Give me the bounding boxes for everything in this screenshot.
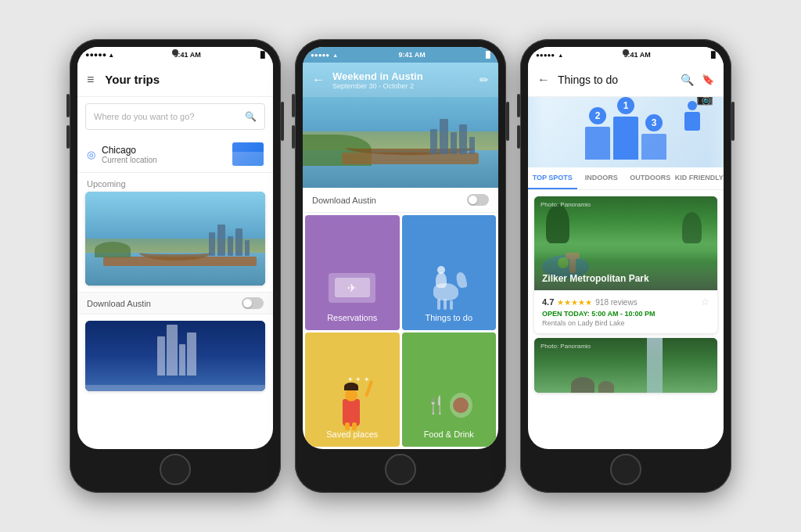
rank-1: 1 xyxy=(617,97,634,114)
phone2-content: ●●●●● ▲ 9:41 AM ▉ xyxy=(303,47,498,449)
hero-city-buildings xyxy=(430,119,475,154)
tile-saved-places[interactable]: ✦ ✦ ✦ Saved places xyxy=(305,332,400,448)
place-card-2[interactable]: Photo: Panoramio xyxy=(534,338,717,393)
rank-2: 2 xyxy=(589,107,606,124)
tile-label-things: Things to do xyxy=(425,313,472,322)
hero-image-2: ← Weekend in Austin September 30 - Octob… xyxy=(303,63,498,188)
vol-button-up-3 xyxy=(517,94,520,117)
back-button-2[interactable]: ← xyxy=(312,73,325,87)
location-sub-1: Current location xyxy=(102,156,232,164)
back-button-3[interactable]: ← xyxy=(537,73,550,87)
search-bar-1[interactable]: Where do you want to go? 🔍 xyxy=(85,103,265,130)
tile-label-food: Food & Drink xyxy=(424,430,474,439)
edit-button-2[interactable]: ✏ xyxy=(480,74,489,86)
phone1-header: ≡ Your trips xyxy=(77,63,273,97)
podium: 2 1 3 xyxy=(585,105,666,160)
phone3-header: ← Things to do 🔍 🔖 xyxy=(528,63,724,97)
food-illustration: 🍴 xyxy=(426,386,472,425)
battery-icon-1: ▉ xyxy=(260,52,265,59)
place-image-1: Photo: Panoramio Zilker Metropolitan Par… xyxy=(534,196,717,290)
tile-food-drink[interactable]: 🍴 Food & Drink xyxy=(402,332,497,448)
time-2: 9:41 AM xyxy=(398,51,425,59)
home-button-1[interactable] xyxy=(160,454,191,485)
city-buildings-1 xyxy=(209,225,250,256)
rating-number-1: 4.7 xyxy=(542,297,554,307)
tab-outdoors[interactable]: OUTDOORS xyxy=(626,167,675,189)
image-overlay-1 xyxy=(534,251,717,290)
city-name-1: Chicago xyxy=(102,145,232,156)
open-status-1: OPEN TODAY: 5:00 AM - 10:00 PM xyxy=(542,310,709,318)
podium-stand-2 xyxy=(585,127,610,160)
tab-kid-friendly[interactable]: KID FRIENDLY xyxy=(675,167,724,189)
home-button-3[interactable] xyxy=(610,454,641,485)
review-count-1: 918 reviews xyxy=(595,298,637,307)
search-icon-1: 🔍 xyxy=(245,111,257,122)
podium-stand-3 xyxy=(641,134,666,160)
trip-image-1: Weekend in Austin September 30 - October… xyxy=(85,192,265,286)
tab-top-spots[interactable]: TOP SPOTS xyxy=(528,167,577,189)
place-name-1: Zilker Metropolitan Park xyxy=(542,273,649,284)
trip-card-2[interactable]: Trip from Oakland to Chicago November 23… xyxy=(85,321,265,391)
phone-screen-1: ●●●●● ▲ 9:41 AM ▉ ≡ Your trips Where do … xyxy=(77,47,273,449)
feature-grid: ✈ Reservations xyxy=(303,213,498,449)
bookmark-button-3[interactable]: 🔖 xyxy=(702,74,714,85)
vol-button-down-2 xyxy=(292,125,295,149)
download-toggle-2[interactable] xyxy=(467,194,489,206)
download-label-1: Download Austin xyxy=(87,299,242,308)
food-plate-inner xyxy=(453,397,469,413)
phone-2: ●●●●● ▲ 9:41 AM ▉ xyxy=(295,39,506,493)
podium-third: 3 xyxy=(641,114,666,160)
side-button-1 xyxy=(281,102,284,141)
upcoming-label: Upcoming xyxy=(77,173,273,192)
battery-icon-2: ▉ xyxy=(486,52,490,59)
trip-card-1[interactable]: Weekend in Austin September 30 - October… xyxy=(85,192,265,286)
rating-row-1: 4.7 ★★★★★ 918 reviews ☆ xyxy=(542,297,709,307)
podium-second: 2 xyxy=(585,107,610,160)
phone-screen-3: ●●●●● ▲ 9:41 AM ▉ ← Things to do 🔍 🔖 2 xyxy=(528,47,724,449)
vol-button-down-1 xyxy=(66,125,70,149)
search-button-3[interactable]: 🔍 xyxy=(681,74,694,86)
current-location-row[interactable]: ◎ Chicago Current location xyxy=(77,136,273,173)
city-buildings-2 xyxy=(157,325,196,376)
star-rating-1: ★★★★★ xyxy=(557,298,592,307)
status-left-1: ●●●●● ▲ xyxy=(85,51,114,59)
fade-right xyxy=(708,97,724,167)
phone-3: ●●●●● ▲ 9:41 AM ▉ ← Things to do 🔍 🔖 2 xyxy=(520,39,731,493)
podium-figure: 📸 xyxy=(684,101,700,131)
status-bar-2: ●●●●● ▲ 9:41 AM ▉ xyxy=(303,47,498,63)
tab-indoors[interactable]: INDOORS xyxy=(577,167,627,189)
favorite-button-1[interactable]: ☆ xyxy=(701,297,709,307)
side-button-3 xyxy=(731,102,735,141)
download-toggle-1[interactable] xyxy=(242,297,264,309)
phone2-header: ← Weekend in Austin September 30 - Octob… xyxy=(303,63,498,97)
trip-subtitle-2: September 30 - October 2 xyxy=(332,82,480,90)
menu-icon-1[interactable]: ≡ xyxy=(87,73,94,87)
photo-credit-1: Photo: Panoramio xyxy=(541,201,591,208)
podium-stand-1 xyxy=(613,117,638,160)
tile-things-to-do[interactable]: Things to do xyxy=(402,215,497,330)
battery-icon-3: ▉ xyxy=(711,52,716,59)
podium-first: 1 xyxy=(613,97,638,160)
vol-button-up-2 xyxy=(292,94,295,117)
home-button-2[interactable] xyxy=(385,454,416,485)
status-right-1: ▉ xyxy=(260,52,265,59)
tile-label-reservations: Reservations xyxy=(327,313,377,322)
page-title-3: Things to do xyxy=(558,74,681,86)
location-text-1: Chicago Current location xyxy=(102,145,232,164)
header-text-2: Weekend in Austin September 30 - October… xyxy=(332,70,480,90)
waterfall-illustration xyxy=(647,338,663,393)
phone-1: ●●●●● ▲ 9:41 AM ▉ ≡ Your trips Where do … xyxy=(70,39,281,493)
trip-image-2: Trip from Oakland to Chicago November 23… xyxy=(85,321,265,391)
photo-credit-2: Photo: Panoramio xyxy=(541,343,591,350)
tile-reservations[interactable]: ✈ Reservations xyxy=(305,215,400,330)
girl-illustration: ✦ ✦ ✦ xyxy=(329,379,375,426)
phone-screen-2: ●●●●● ▲ 9:41 AM ▉ xyxy=(303,47,498,449)
download-row-1: Download Austin xyxy=(77,292,273,315)
fade-left xyxy=(528,97,544,167)
fork-icon: 🍴 xyxy=(426,395,447,415)
place-card-1[interactable]: Photo: Panoramio Zilker Metropolitan Par… xyxy=(534,196,717,333)
side-button-2 xyxy=(506,102,509,141)
page-title-1: Your trips xyxy=(105,73,160,86)
search-placeholder-1: Where do you want to go? xyxy=(94,112,245,121)
rock-2 xyxy=(598,381,614,393)
